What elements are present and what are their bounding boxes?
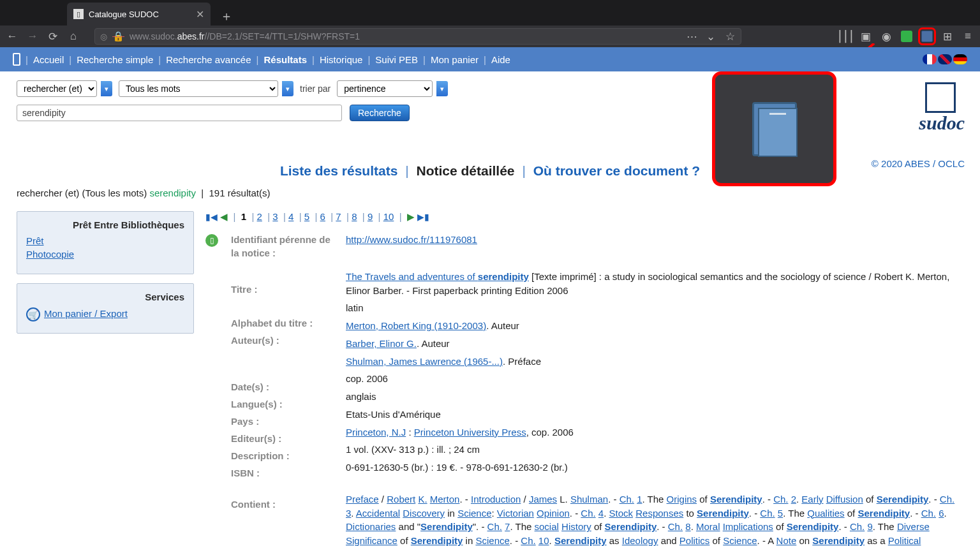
nav-accueil[interactable]: Accueil: [33, 54, 64, 65]
pager-page-current: 1: [241, 211, 246, 222]
services-title: Services: [26, 291, 184, 302]
link-export[interactable]: Mon panier / Export: [44, 308, 128, 319]
contents-text: Preface / Robert K. Merton. - Introducti…: [346, 492, 963, 546]
select-arrow-icon: ▾: [436, 81, 448, 96]
site-nav: | Accueil| Recherche simple| Recherche a…: [0, 47, 980, 71]
bookmark-star-icon[interactable]: ☆: [724, 31, 736, 42]
publisher-place-link[interactable]: Princeton, N.J: [346, 427, 406, 438]
tab-title: Catalogue SUDOC: [89, 10, 196, 19]
nav-resultats[interactable]: Résultats: [264, 54, 307, 65]
insecure-icon[interactable]: 🔒: [112, 31, 124, 42]
author-link[interactable]: Merton, Robert King (1910-2003): [346, 320, 486, 331]
browser-toolbar: ← → ⟳ ⌂ ◎ 🔒 www.sudoc.abes.fr//DB=2.1/SE…: [0, 26, 980, 47]
title-link[interactable]: The Travels and adventures of serendipit…: [346, 271, 529, 282]
record-labels: Identifiant pérenne de la notice : Titre…: [231, 233, 333, 546]
peb-box: Prêt Entre Bibliothèques Prêt Photocopie: [17, 211, 194, 274]
pager-page[interactable]: 6: [320, 211, 325, 222]
forward-button[interactable]: →: [27, 31, 38, 42]
book-icon: [752, 102, 797, 156]
extension-puzzle-icon[interactable]: ⊞: [942, 31, 953, 42]
pager-first-icon[interactable]: ▮◀: [205, 212, 218, 222]
nav-historique[interactable]: Historique: [320, 54, 363, 65]
pager-last-icon[interactable]: ▶▮: [417, 212, 429, 222]
copyright-text: © 2020 ABES / OCLC: [872, 158, 965, 169]
pager-page[interactable]: 8: [352, 211, 357, 222]
pager-prev-icon[interactable]: ◀: [220, 211, 228, 222]
lang-german-icon[interactable]: [953, 54, 967, 64]
account-icon[interactable]: ◉: [880, 31, 892, 42]
address-bar[interactable]: ◎ 🔒 www.sudoc.abes.fr//DB=2.1/SET=4/TTL=…: [94, 28, 741, 45]
sort-label: trier par: [300, 84, 330, 94]
author-link[interactable]: Barber, Elinor G.: [346, 338, 417, 349]
link-photocopie[interactable]: Photocopie: [26, 249, 184, 260]
subnav-liste[interactable]: Liste des résultats: [280, 163, 397, 178]
mobile-icon[interactable]: [13, 53, 20, 66]
record: ▯ Identifiant pérenne de la notice : Tit…: [205, 233, 963, 546]
pager-page[interactable]: 3: [272, 211, 278, 222]
lang-french-icon[interactable]: [923, 54, 937, 64]
search-input[interactable]: [17, 105, 342, 121]
pager-page[interactable]: 10: [383, 211, 394, 222]
pager-page[interactable]: 4: [288, 211, 293, 222]
meatball-icon[interactable]: ⋯: [686, 31, 697, 42]
home-button[interactable]: ⌂: [68, 31, 79, 42]
pocket-icon[interactable]: ⌄: [705, 31, 716, 42]
nav-mon-panier[interactable]: Mon panier: [431, 54, 479, 65]
tab-strip: ▯ Catalogue SUDOC ✕ ＋: [0, 0, 980, 26]
subnav-where[interactable]: Où trouver ce document ?: [533, 163, 700, 178]
url-text: www.sudoc.abes.fr//DB=2.1/SET=4/TTL=1/SH…: [130, 31, 360, 41]
pager-page[interactable]: 5: [304, 211, 309, 222]
reload-button[interactable]: ⟳: [47, 31, 59, 42]
select-arrow-icon: ▾: [101, 81, 112, 96]
back-button[interactable]: ←: [6, 31, 18, 42]
services-box: Services 🛒Mon panier / Export: [17, 283, 194, 334]
cart-icon: 🛒: [26, 307, 40, 321]
peb-title: Prêt Entre Bibliothèques: [26, 219, 184, 230]
author-link[interactable]: Shulman, James Lawrence (1965-...): [346, 356, 503, 367]
pager-next-icon[interactable]: ▶: [407, 211, 415, 222]
pager: ▮◀ ◀ | 1 | 2 | 3 | 4 | 5 | 6 | 7 | 8 | 9…: [205, 211, 963, 223]
search-scope-select[interactable]: rechercher (et): [17, 80, 97, 97]
extension-sudoc-icon[interactable]: [921, 31, 933, 42]
search-button[interactable]: Recherche: [350, 105, 410, 121]
tab-close-icon[interactable]: ✕: [196, 8, 204, 20]
sidebar-icon[interactable]: ▣: [860, 31, 872, 42]
pager-page[interactable]: 9: [368, 211, 373, 222]
link-pret[interactable]: Prêt: [26, 235, 184, 246]
sudoc-logo: sudoc: [919, 83, 965, 134]
main-column: ▮◀ ◀ | 1 | 2 | 3 | 4 | 5 | 6 | 7 | 8 | 9…: [205, 211, 963, 546]
pager-page[interactable]: 7: [336, 211, 341, 222]
nav-suivi-peb[interactable]: Suivi PEB: [375, 54, 418, 65]
sidebar: Prêt Entre Bibliothèques Prêt Photocopie…: [17, 211, 194, 546]
search-field-select[interactable]: Tous les mots: [119, 80, 278, 97]
extension-green-icon[interactable]: [901, 31, 912, 42]
permalink[interactable]: http://www.sudoc.fr/111976081: [346, 234, 477, 245]
tab-favicon-icon: ▯: [73, 9, 84, 19]
new-tab-button[interactable]: ＋: [220, 8, 233, 25]
nav-recherche-simple[interactable]: Recherche simple: [77, 54, 153, 65]
nav-recherche-avancee[interactable]: Recherche avancée: [166, 54, 251, 65]
browser-tab[interactable]: ▯ Catalogue SUDOC ✕: [67, 3, 211, 26]
library-icon[interactable]: ⎮⎮⎮: [840, 31, 851, 42]
subnav-notice: Notice détaillée: [416, 163, 514, 178]
select-arrow-icon: ▾: [282, 81, 293, 96]
sort-select[interactable]: pertinence: [337, 80, 433, 97]
shield-icon[interactable]: ◎: [100, 32, 107, 41]
hamburger-menu-icon[interactable]: ≡: [962, 31, 974, 42]
record-type-icon: ▯: [205, 234, 218, 247]
lang-english-icon[interactable]: [938, 54, 952, 64]
pager-page[interactable]: 2: [257, 211, 262, 222]
extension-popup-callout: [712, 71, 836, 186]
sudoc-pictogram-icon: [928, 83, 955, 110]
publisher-link[interactable]: Princeton University Press: [414, 427, 526, 438]
nav-aide[interactable]: Aide: [491, 54, 510, 65]
record-values: http://www.sudoc.fr/111976081 The Travel…: [346, 233, 963, 546]
